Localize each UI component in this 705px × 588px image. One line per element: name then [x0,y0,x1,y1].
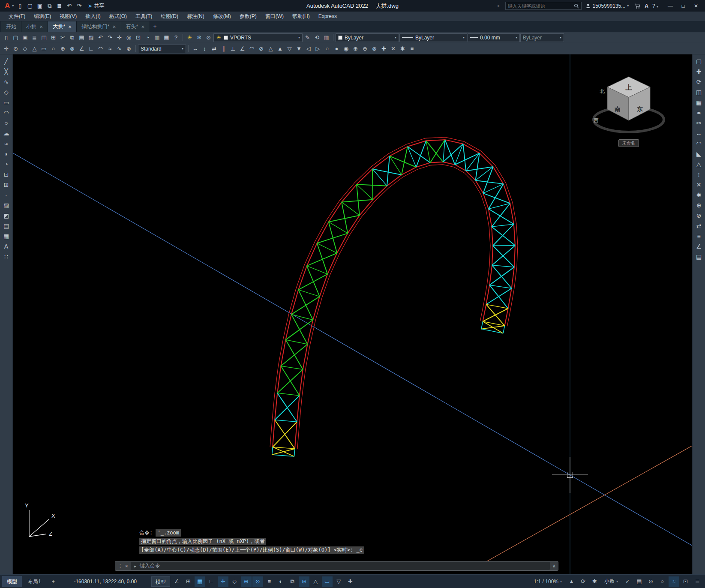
dim-arc-icon[interactable]: ◠ [247,44,256,53]
zoom-window-icon[interactable]: ⊡ [134,33,143,42]
help-search-box[interactable] [505,2,582,10]
menu-item-5[interactable]: 工具(T) [131,12,156,21]
layer-lock-icon[interactable]: ⊘ [204,33,213,42]
osnap-node-icon[interactable]: △ [30,44,39,53]
make-layer-current-icon[interactable]: ✎ [303,33,312,42]
dim-diameter-icon[interactable]: ⊘ [257,44,266,53]
clean-screen-icon[interactable]: ⊡ [680,576,691,587]
snap-mode-icon[interactable]: ⊞ [183,576,194,587]
compass-west-label[interactable]: 西 [594,117,599,123]
osnap-tangent-icon[interactable]: ∟ [87,44,96,53]
selection-cycling-icon[interactable]: ⧉ [287,576,298,587]
menu-item-0[interactable]: 文件(F) [4,12,30,21]
linetype-dropdown[interactable]: ByLayer ▾ [399,33,467,42]
file-tab-3[interactable]: 钢结构拱门*✕ [77,21,121,32]
multiline-text-tool-icon[interactable]: A [1,242,12,251]
lineweight-display-icon[interactable]: ≡ [264,576,275,587]
viewcube-view-name[interactable]: 未命名 [618,139,639,147]
tab-close-icon[interactable]: ✕ [141,24,144,29]
gizmo-icon[interactable]: ✚ [345,576,356,587]
help-icon[interactable]: ? [171,33,180,42]
menu-item-11[interactable]: 帮助(H) [288,12,314,21]
grid-display-icon[interactable]: ▦ [195,576,205,587]
explode-tool-icon[interactable]: ✱ [694,190,704,200]
ellipse-tool-icon[interactable]: ◗ [1,149,12,159]
model-space-toggle[interactable]: 模型 [151,576,170,587]
autodesk-app-icon[interactable]: A [645,3,648,9]
minimize-button[interactable]: — [664,0,677,12]
save-as-icon[interactable]: ⧉ [45,1,54,10]
osnap-extension-icon[interactable]: ⊕ [58,44,67,53]
share-button[interactable]: ➤ 共享 [88,2,104,9]
file-tab-4[interactable]: 石头*✕ [121,21,150,32]
create-block-tool-icon[interactable]: ⊞ [1,180,12,189]
search-icon[interactable] [574,3,579,9]
isometric-drafting-icon[interactable]: ◇ [229,576,240,587]
osnap-midpoint-icon[interactable]: ⊙ [11,44,20,53]
plot-icon[interactable]: ≣ [30,33,39,42]
menu-item-8[interactable]: 修改(M) [209,12,235,21]
revision-cloud-tool-icon[interactable]: ☁ [1,129,12,138]
open-file-icon[interactable]: ▢ [25,1,34,10]
dim-right-icon[interactable]: ▷ [313,44,322,53]
compass-north-label[interactable]: 北 [600,88,605,94]
command-bar-close-icon[interactable]: ✕ [125,563,128,569]
tool-properties-icon[interactable]: ▤ [694,252,704,261]
viewcube[interactable]: 上 南 东 西 北 未命名 [590,68,667,154]
dim-parallel-icon[interactable]: ∥ [219,44,228,53]
osnap-endpoint-icon[interactable]: ✛ [2,44,11,53]
mirror-tool-icon[interactable]: ◫ [694,87,704,97]
modify-align-icon[interactable]: ≡ [408,44,417,53]
dim-node-icon[interactable]: △ [266,44,275,53]
dynamic-ucs-icon[interactable]: △ [310,576,321,587]
dim-linear-icon[interactable]: ↔ [191,44,200,53]
region-tool-icon[interactable]: ▤ [1,221,12,231]
menu-item-9[interactable]: 参数(P) [235,12,261,21]
join-tool-icon[interactable]: ⊕ [694,201,704,210]
annotation-monitor-icon[interactable]: ✓ [622,576,633,587]
redo-icon[interactable]: ↷ [75,1,84,10]
close-button[interactable]: ✕ [690,0,702,12]
dim-angular-icon[interactable]: ∠ [238,44,247,53]
polar-tracking-icon[interactable]: ✛ [218,576,228,587]
point-tool-icon[interactable]: ∙ [1,190,12,200]
osnap-perpendicular-icon[interactable]: ∠ [77,44,86,53]
rotate-tool-icon[interactable]: ⟳ [694,77,704,87]
dim-aligned-icon[interactable]: ↕ [200,44,209,53]
qnew-icon[interactable]: ▯ [2,33,11,42]
modify-move-icon[interactable]: ✚ [379,44,388,53]
properties-palette-icon[interactable]: ▥ [153,33,162,42]
polygon-tool-icon[interactable]: ◇ [1,87,12,97]
color-dropdown[interactable]: ByLayer ▾ [336,33,399,42]
insert-block-tool-icon[interactable]: ⊡ [1,170,12,179]
selection-icon[interactable]: ▢ [694,57,704,66]
ellipse-arc-tool-icon[interactable]: ◔ [1,159,12,169]
annotation-scale-dropdown[interactable]: 1:1 / 100% ▾ [531,576,565,587]
menu-item-2[interactable]: 视图(V) [55,12,81,21]
file-tab-0[interactable]: 开始 [1,21,21,32]
command-line-bar[interactable]: ⋮ ✕ ▸ 键入命令 ∧ [115,561,558,571]
osnap-parallel-icon[interactable]: ∿ [115,44,124,53]
command-input[interactable]: ▸ 键入命令 [131,562,550,570]
publish-icon[interactable]: ⊞ [49,33,58,42]
file-tab-1[interactable]: 小拱✕ [21,21,48,32]
modify-join-icon[interactable]: ⊕ [351,44,360,53]
draw-dot-icon[interactable]: ● [332,44,341,53]
redo-icon[interactable]: ↷ [105,33,114,42]
osnap-apparent-icon[interactable]: ≈ [105,44,114,53]
osnap-tracking-icon[interactable]: ⊕ [241,576,252,587]
arc-tool-icon[interactable]: ◠ [1,108,12,117]
layer-dropdown[interactable]: ☀ VPORTS ▾ [213,33,303,42]
circle-tool-icon[interactable]: ○ [1,118,12,128]
chamfer-tool-icon[interactable]: ◣ [694,149,704,159]
stretch-tool-icon[interactable]: ↕ [694,170,704,179]
quick-properties-icon[interactable]: ▤ [634,576,645,587]
save-icon[interactable]: ▣ [21,33,30,42]
open-icon[interactable]: ▢ [11,33,20,42]
scale-tool-icon[interactable]: △ [694,159,704,169]
undo-icon[interactable]: ↶ [65,1,74,10]
plot-preview-icon[interactable]: ◫ [39,33,48,42]
model-tab[interactable]: 模型 [2,576,22,587]
layer-previous-icon[interactable]: ⟲ [312,33,321,42]
cart-icon[interactable] [634,3,641,9]
